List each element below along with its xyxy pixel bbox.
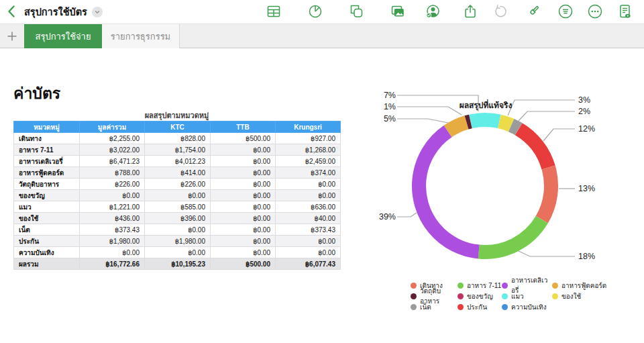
value-cell[interactable]: ฿0.00 — [211, 247, 276, 258]
value-cell[interactable]: ฿500.00 — [211, 133, 276, 144]
donut-segment-แมว[interactable] — [406, 107, 564, 264]
insert-shape-icon[interactable] — [348, 3, 364, 19]
back-icon[interactable] — [4, 3, 20, 19]
value-cell[interactable]: ฿0.00 — [145, 247, 211, 258]
column-header[interactable]: KTC — [145, 121, 211, 133]
legend-item[interactable]: ของขวัญ — [458, 291, 502, 301]
category-cell[interactable]: ความบันเทิง — [14, 247, 80, 258]
collaborate-icon[interactable] — [425, 3, 441, 19]
donut-chart[interactable]: 7%1%5%39%3%2%12%13%18%ผลสรุปที่แท้จริง เ… — [349, 67, 644, 329]
value-cell[interactable]: ฿0.00 — [211, 156, 276, 167]
insert-chart-icon[interactable] — [307, 3, 323, 19]
category-cell[interactable]: ของขวัญ — [14, 190, 80, 201]
value-cell[interactable]: ฿0.00 — [211, 144, 276, 156]
value-cell[interactable]: ฿500.00 — [211, 258, 276, 270]
category-cell[interactable]: ของใช้ — [14, 213, 80, 224]
donut-segment-เดินทาง[interactable] — [403, 104, 567, 268]
value-cell[interactable]: ฿0.00 — [211, 213, 276, 224]
value-cell[interactable]: ฿0.00 — [211, 179, 276, 190]
tab-expense-summary[interactable]: สรุปการใช้จ่าย — [24, 24, 102, 48]
value-cell[interactable]: ฿788.00 — [80, 167, 145, 179]
value-cell[interactable]: ฿2,255.00 — [80, 133, 145, 144]
value-cell[interactable]: ฿585.00 — [145, 201, 211, 213]
value-cell[interactable]: ฿0.00 — [80, 190, 145, 201]
value-cell[interactable]: ฿6,077.43 — [276, 258, 341, 270]
more-icon[interactable] — [587, 3, 603, 19]
category-cell[interactable]: อาหารฟู้ดคอร์ด — [14, 167, 80, 179]
value-cell[interactable]: ฿0.00 — [211, 167, 276, 179]
value-cell[interactable]: ฿0.00 — [276, 190, 341, 201]
table-row: เดินทาง฿2,255.00฿828.00฿500.00฿927.00 — [14, 133, 341, 144]
view-options-icon[interactable] — [557, 3, 574, 19]
value-cell[interactable]: ฿1,980.00 — [145, 236, 211, 247]
legend-item[interactable]: อาหารเดลิเวอรี่ — [502, 280, 552, 291]
value-cell[interactable]: ฿0.00 — [80, 247, 145, 258]
value-cell[interactable]: ฿0.00 — [211, 201, 276, 213]
percent-label: 7% — [384, 91, 396, 100]
value-cell[interactable]: ฿40.00 — [276, 213, 341, 224]
donut-segment-วัตถุดิบอาหาร[interactable] — [403, 104, 567, 268]
donut-segment-ของใช้[interactable] — [406, 107, 564, 264]
category-cell[interactable]: อาหารเดลิเวอรี่ — [14, 156, 80, 167]
value-cell[interactable]: ฿1,980.00 — [80, 236, 145, 247]
value-cell[interactable]: ฿0.00 — [276, 236, 341, 247]
value-cell[interactable]: ฿0.00 — [145, 224, 211, 236]
category-cell[interactable]: ผลรวม — [14, 258, 80, 270]
value-cell[interactable]: ฿436.00 — [80, 213, 145, 224]
value-cell[interactable]: ฿0.00 — [211, 236, 276, 247]
value-cell[interactable]: ฿2,459.00 — [276, 156, 341, 167]
document-title[interactable]: สรุปการใช้บัตร — [24, 0, 103, 23]
legend-label: แมว — [511, 291, 524, 301]
value-cell[interactable]: ฿374.00 — [276, 167, 341, 179]
value-cell[interactable]: ฿226.00 — [80, 179, 145, 190]
column-header[interactable]: Krungsri — [276, 121, 341, 133]
tab-transactions[interactable]: รายการธุรกรรม — [102, 24, 180, 48]
legend-item[interactable]: เน็ต — [411, 301, 458, 312]
value-cell[interactable]: ฿3,022.00 — [80, 144, 145, 156]
value-cell[interactable]: ฿10,195.23 — [145, 258, 211, 270]
value-cell[interactable]: ฿636.00 — [276, 201, 341, 213]
value-cell[interactable]: ฿927.00 — [276, 133, 341, 144]
value-cell[interactable]: ฿0.00 — [276, 179, 341, 190]
legend-item[interactable]: อาหารฟู้ดคอร์ด — [552, 280, 619, 291]
insert-media-icon[interactable] — [390, 3, 406, 19]
category-cell[interactable]: เน็ต — [14, 224, 80, 236]
document-options-icon[interactable] — [616, 3, 633, 19]
undo-icon[interactable] — [492, 3, 508, 19]
legend-item[interactable]: ของใช้ — [552, 291, 619, 301]
column-header[interactable]: TTB — [211, 121, 276, 133]
value-cell[interactable]: ฿0.00 — [145, 190, 211, 201]
category-cell[interactable]: แมว — [14, 201, 80, 213]
value-cell[interactable]: ฿414.00 — [145, 167, 211, 179]
category-cell[interactable]: ประกัน — [14, 236, 80, 247]
value-cell[interactable]: ฿0.00 — [276, 247, 341, 258]
title-dropdown-icon[interactable] — [92, 7, 103, 17]
insert-table-icon[interactable] — [266, 3, 282, 19]
value-cell[interactable]: ฿373.43 — [80, 224, 145, 236]
column-header[interactable]: มูลค่ารวม — [80, 121, 145, 133]
legend-item[interactable]: วัตถุดิบอาหาร — [411, 291, 458, 301]
legend-item[interactable]: แมว — [502, 291, 552, 301]
value-cell[interactable]: ฿226.00 — [145, 179, 211, 190]
format-brush-icon[interactable] — [525, 3, 541, 19]
column-header[interactable]: หมวดหมู่ — [14, 121, 80, 133]
value-cell[interactable]: ฿0.00 — [211, 224, 276, 236]
legend-item[interactable]: ความบันเทิง — [502, 301, 552, 312]
value-cell[interactable]: ฿1,268.00 — [276, 144, 341, 156]
value-cell[interactable]: ฿1,221.00 — [80, 201, 145, 213]
category-cell[interactable]: อาหาร 7-11 — [14, 144, 80, 156]
share-icon[interactable] — [462, 3, 478, 19]
value-cell[interactable]: ฿0.00 — [211, 190, 276, 201]
value-cell[interactable]: ฿1,754.00 — [145, 144, 211, 156]
value-cell[interactable]: ฿6,471.23 — [80, 156, 145, 167]
value-cell[interactable]: ฿396.00 — [145, 213, 211, 224]
value-cell[interactable]: ฿4,012.23 — [145, 156, 211, 167]
category-cell[interactable]: วัตถุดิบอาหาร — [14, 179, 80, 190]
legend-item[interactable]: อาหาร 7-11 — [458, 280, 502, 291]
value-cell[interactable]: ฿373.43 — [276, 224, 341, 236]
value-cell[interactable]: ฿16,772.66 — [80, 258, 145, 270]
legend-item[interactable]: ประกัน — [458, 301, 502, 312]
category-cell[interactable]: เดินทาง — [14, 133, 80, 144]
add-sheet-button[interactable] — [0, 24, 24, 48]
value-cell[interactable]: ฿828.00 — [145, 133, 211, 144]
